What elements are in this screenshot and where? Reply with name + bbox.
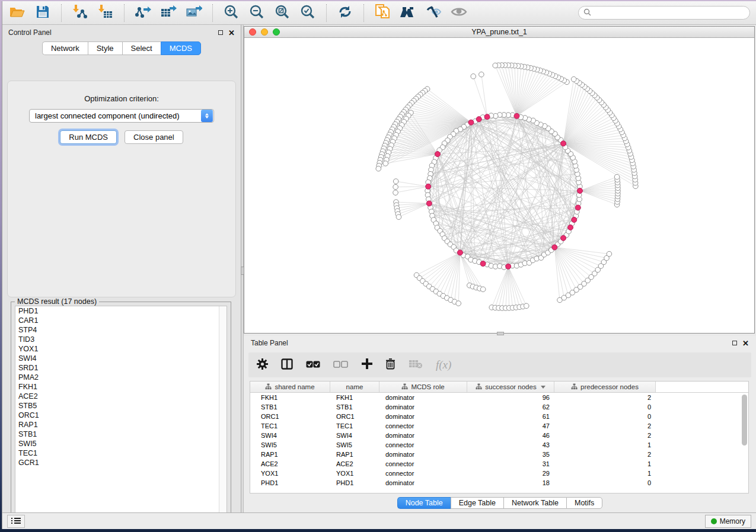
tab-motifs[interactable]: Motifs xyxy=(566,497,602,509)
table-cell: 1 xyxy=(554,441,656,448)
list-icon xyxy=(11,516,21,527)
mcds-list-item[interactable]: FKH1 xyxy=(15,382,227,392)
table-row[interactable]: FKH1FKH1dominator962 xyxy=(250,393,748,402)
mcds-list-item[interactable]: PMA2 xyxy=(15,373,227,382)
table-row[interactable]: PHD1PHD1dominator180 xyxy=(250,478,748,488)
column-label: shared name xyxy=(275,383,314,390)
splitter-grip[interactable] xyxy=(497,332,504,335)
mcds-list-scrollbar[interactable] xyxy=(219,306,227,512)
mcds-list-item[interactable]: SWI4 xyxy=(15,354,227,363)
import-network-button[interactable] xyxy=(71,4,89,22)
run-mcds-button[interactable]: Run MCDS xyxy=(60,130,117,144)
tab-mcds[interactable]: MCDS xyxy=(161,41,201,55)
show-columns-icon[interactable] xyxy=(281,358,293,372)
mcds-list-item[interactable]: ACE2 xyxy=(15,392,227,401)
table-cell: TEC1 xyxy=(330,422,379,430)
zoom-fit-button[interactable] xyxy=(273,4,291,22)
save-session-button[interactable] xyxy=(34,4,52,22)
tab-network-table[interactable]: Network Table xyxy=(503,497,566,509)
tab-style[interactable]: Style xyxy=(88,41,122,55)
table-cell: 31 xyxy=(467,460,554,467)
column-type-icon xyxy=(476,383,482,391)
table-cell: ORC1 xyxy=(330,413,379,420)
column-header-name[interactable]: name xyxy=(330,382,379,392)
tab-edge-table[interactable]: Edge Table xyxy=(451,497,503,509)
mcds-list-item[interactable]: CAR1 xyxy=(15,316,227,325)
tab-network[interactable]: Network xyxy=(42,41,88,55)
network-view[interactable] xyxy=(244,39,754,333)
table-scrollbar-thumb[interactable] xyxy=(742,395,747,446)
table-row[interactable]: YOX1YOX1connector291 xyxy=(250,469,748,478)
mcds-list-item[interactable]: RAP1 xyxy=(15,420,227,430)
control-panel: Control Panel ✕ NetworkStyleSelectMCDS O… xyxy=(2,25,241,512)
table-row[interactable]: SWI5SWI5connector431 xyxy=(250,440,748,450)
zoom-in-icon xyxy=(224,4,239,22)
task-history-button[interactable] xyxy=(7,515,25,528)
node-table[interactable]: shared namenameMCDS rolesuccessor nodesp… xyxy=(250,381,749,493)
zoom-out-button[interactable] xyxy=(248,4,266,22)
tab-select[interactable]: Select xyxy=(122,41,161,55)
float-panel-icon[interactable] xyxy=(732,339,737,347)
mcds-list-item[interactable]: STB5 xyxy=(15,401,227,411)
float-panel-icon[interactable] xyxy=(218,29,223,36)
import-table-button[interactable] xyxy=(97,4,114,22)
export-table-button[interactable] xyxy=(160,4,177,22)
control-tabs: NetworkStyleSelectMCDS xyxy=(2,41,241,55)
close-panel-icon[interactable]: ✕ xyxy=(228,29,235,37)
network-window-titlebar[interactable]: YPA_prune.txt_1 xyxy=(244,27,754,38)
hide-selected-button[interactable] xyxy=(425,4,442,22)
column-label: MCDS role xyxy=(411,383,444,390)
mcds-list-item[interactable]: TEC1 xyxy=(15,448,227,458)
zoom-in-button[interactable] xyxy=(222,4,240,22)
memory-button[interactable]: Memory xyxy=(705,515,751,528)
network-graph[interactable] xyxy=(244,39,756,333)
mcds-list-item[interactable]: PHD1 xyxy=(15,306,227,316)
table-cell: 0 xyxy=(554,403,656,411)
mcds-list-item[interactable]: STB1 xyxy=(15,430,227,439)
table-row[interactable]: ORC1ORC1dominator610 xyxy=(250,412,748,421)
column-header-predecessor-nodes[interactable]: predecessor nodes xyxy=(554,382,656,392)
mcds-list-item[interactable]: ORC1 xyxy=(15,411,227,420)
apply-layout-button[interactable] xyxy=(336,4,354,22)
zoom-fit-icon xyxy=(275,4,290,22)
first-neighbors-button[interactable] xyxy=(399,4,417,22)
eye-icon xyxy=(450,5,468,21)
table-row[interactable]: STB1STB1dominator620 xyxy=(250,402,748,412)
delete-column-trash-icon[interactable] xyxy=(385,358,395,372)
mcds-list-item[interactable]: TID3 xyxy=(15,335,227,344)
search-input[interactable] xyxy=(594,9,745,17)
table-row[interactable]: RAP1RAP1dominator352 xyxy=(250,450,748,459)
table-cell: dominator xyxy=(379,451,467,458)
table-settings-gear-icon[interactable] xyxy=(257,358,268,372)
mcds-list-item[interactable]: STP4 xyxy=(15,325,227,335)
column-header-shared-name[interactable]: shared name xyxy=(250,382,330,392)
add-column-plus-icon[interactable] xyxy=(362,358,372,371)
optimization-select[interactable]: largest connected component (undirected) xyxy=(29,109,214,123)
column-header-successor-nodes[interactable]: successor nodes xyxy=(467,382,554,392)
deselect-all-icon[interactable] xyxy=(333,360,349,370)
export-image-button[interactable] xyxy=(185,4,203,22)
eye-slash-icon xyxy=(425,5,442,21)
column-header-MCDS-role[interactable]: MCDS role xyxy=(379,382,467,392)
open-session-button[interactable] xyxy=(8,4,26,22)
mcds-list-item[interactable]: YOX1 xyxy=(15,344,227,354)
tab-node-table[interactable]: Node Table xyxy=(397,497,451,509)
export-network-button[interactable] xyxy=(134,4,152,22)
export-table-icon xyxy=(160,4,177,22)
table-row[interactable]: ACE2ACE2connector311 xyxy=(250,459,748,469)
toolbar-separator xyxy=(363,4,364,22)
table-cell: SWI5 xyxy=(330,441,379,448)
show-all-button[interactable] xyxy=(450,4,468,22)
table-row[interactable]: TEC1TEC1connector472 xyxy=(250,421,748,431)
mcds-list-item[interactable]: GCR1 xyxy=(15,458,227,467)
close-panel-button[interactable]: Close panel xyxy=(125,130,183,144)
mcds-list-item[interactable]: SWI5 xyxy=(15,439,227,448)
zoom-selected-button[interactable] xyxy=(299,4,317,22)
select-all-icon[interactable] xyxy=(306,360,320,370)
mcds-list-item[interactable]: SRD1 xyxy=(15,363,227,373)
search-field[interactable] xyxy=(578,6,750,20)
table-row[interactable]: SWI4SWI4dominator462 xyxy=(250,431,748,440)
close-panel-icon[interactable]: ✕ xyxy=(742,339,749,347)
toolbar-separator xyxy=(124,4,125,22)
new-network-from-selection-button[interactable] xyxy=(374,4,391,22)
